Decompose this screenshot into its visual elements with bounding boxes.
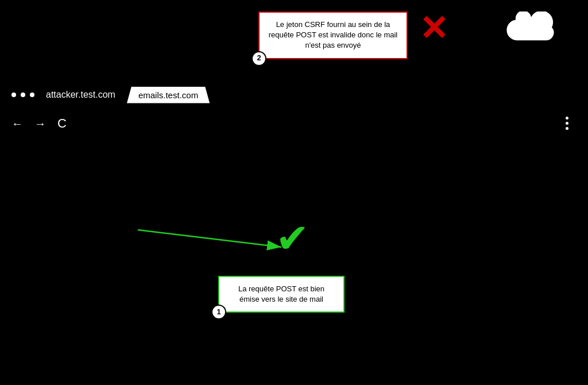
post-request-text: La requête POST est bien émise vers le s… — [238, 284, 324, 303]
dot-2 — [21, 93, 25, 97]
dot-menu-3 — [566, 127, 568, 130]
nav-bar: ← → C — [0, 112, 588, 135]
svg-line-1 — [138, 230, 281, 247]
post-step-badge: 1 — [211, 305, 226, 319]
dot-3 — [30, 93, 34, 97]
browser-window-controls — [11, 93, 34, 97]
csrf-error-text: Le jeton CSRF fourni au sein de la requê… — [269, 20, 398, 49]
attacker-url: attacker.test.com — [46, 90, 115, 100]
back-button[interactable]: ← — [11, 117, 23, 130]
refresh-button[interactable]: C — [57, 116, 67, 131]
csrf-error-box: Le jeton CSRF fourni au sein de la requê… — [258, 11, 408, 59]
cloud-icon — [505, 11, 557, 46]
more-options-button[interactable] — [563, 112, 571, 134]
dot-1 — [11, 93, 16, 97]
green-check-icon: ✔ — [276, 218, 310, 259]
dot-menu-2 — [566, 122, 568, 125]
forward-button[interactable]: → — [34, 117, 46, 130]
browser-bar: attacker.test.com emails.test.com — [0, 80, 588, 109]
emails-tab[interactable]: emails.test.com — [127, 87, 210, 103]
csrf-step-badge: 2 — [252, 51, 266, 66]
post-request-box: La requête POST est bien émise vers le s… — [218, 276, 345, 313]
red-x-icon: ✕ — [419, 11, 448, 46]
dot-menu-1 — [566, 117, 568, 120]
